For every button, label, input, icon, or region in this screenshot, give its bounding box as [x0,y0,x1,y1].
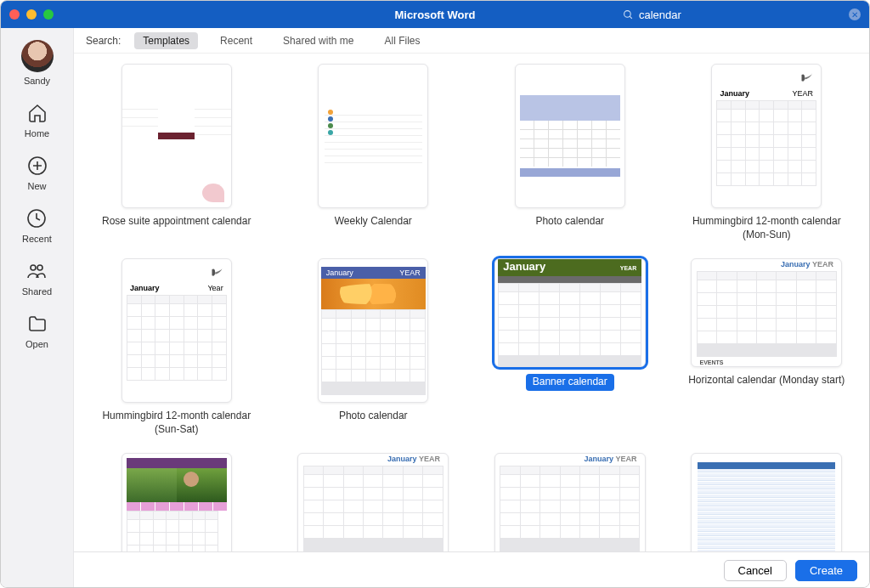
sidebar-item-label: Recent [22,234,52,244]
template-title: Horizontal calendar (Monday start) [688,374,845,387]
template-thumbnail[interactable]: JanuaryYEAR [318,258,428,403]
home-icon [25,101,49,125]
sidebar-item-home[interactable]: Home [25,101,49,139]
template-card[interactable]: January YEAREVENTS Horizontal calendar (… [673,258,862,436]
template-thumbnail[interactable]: JanuaryYear [121,258,232,403]
svg-line-1 [630,16,632,19]
template-card[interactable]: Photo calendar [476,64,664,241]
template-thumbnail[interactable] [121,64,232,208]
svg-point-0 [624,10,631,17]
sidebar-item-shared[interactable]: Shared [22,259,52,297]
template-title: Weekly Calendar [335,215,412,229]
svg-point-6 [31,265,36,270]
filter-label: Search: [86,35,121,47]
template-title: Hummingbird 12-month calendar (Mon-Sun) [681,215,851,241]
sidebar-item-open[interactable]: Open [25,312,49,349]
template-card[interactable]: Fiscal year calendar with room for notes [673,453,862,551]
template-thumbnail[interactable]: January YEAREVENTS [297,453,449,551]
fullscreen-window-button[interactable] [43,9,54,20]
template-title: Photo calendar [339,410,408,423]
search-field[interactable]: ✕ [623,8,861,21]
template-card[interactable]: JanuaryYEAR Hummingbird 12-month calenda… [673,64,862,241]
sidebar-item-label: Shared [22,286,52,297]
sidebar-user-label: Sandy [24,76,50,86]
search-input[interactable] [639,8,844,21]
template-thumbnail[interactable] [515,64,625,208]
filter-bar: Search: Templates Recent Shared with me … [74,28,869,54]
template-thumbnail[interactable] [691,453,842,551]
template-thumbnail[interactable]: JanuaryYEAR [121,453,232,551]
template-card[interactable]: Rose suite appointment calendar [82,64,271,241]
avatar [21,40,54,72]
minimize-window-button[interactable] [26,9,37,20]
sidebar: Sandy Home New Recent Shared Open [1,28,74,588]
template-thumbnail[interactable]: January YEAREVENTS [691,258,842,367]
people-icon [25,259,48,283]
svg-point-7 [37,265,42,270]
plus-circle-icon [25,154,49,178]
close-window-button[interactable] [9,9,20,20]
template-thumbnail[interactable]: JanuaryYEAR [494,258,646,367]
template-card[interactable]: JanuaryYear Hummingbird 12-month calenda… [82,258,271,436]
footer: Cancel Create [74,551,869,588]
template-title: Photo calendar [535,215,604,229]
create-button[interactable]: Create [795,560,857,581]
clear-search-button[interactable]: ✕ [849,8,861,20]
clock-icon [25,206,48,230]
sidebar-item-recent[interactable]: Recent [22,206,52,244]
template-card[interactable]: January YEAREVENTS Horizontal calendar (… [280,453,468,551]
app-title: Microsoft Word [394,8,475,21]
sidebar-item-label: Home [25,128,49,139]
sidebar-user[interactable]: Sandy [21,40,54,86]
template-card[interactable]: JanuaryYEAR Photo calendar [280,258,468,436]
template-card[interactable]: JanuaryYEAR Event calendar [82,453,271,551]
template-gallery: Rose suite appointment calendar Weekly C… [74,54,869,551]
template-thumbnail[interactable] [318,64,428,208]
template-thumbnail[interactable]: JanuaryYEAR [711,64,822,208]
cancel-button[interactable]: Cancel [724,560,787,581]
titlebar: Microsoft Word ✕ [1,1,869,28]
template-card[interactable]: January YEAREVENTS Horizontal calendar (… [476,453,664,551]
window-controls [9,9,54,20]
filter-tab-templates[interactable]: Templates [134,32,198,49]
template-card[interactable]: Weekly Calendar [280,64,468,241]
sidebar-item-label: Open [25,339,48,349]
template-title: Hummingbird 12-month calendar (Sun-Sat) [92,410,262,436]
sidebar-item-new[interactable]: New [25,154,49,191]
template-title: Banner calendar [526,374,614,391]
folder-icon [25,312,49,336]
filter-tab-shared[interactable]: Shared with me [274,32,362,49]
filter-tab-recent[interactable]: Recent [212,32,261,49]
sidebar-item-label: New [27,181,46,191]
filter-tab-allfiles[interactable]: All Files [376,32,428,49]
template-card[interactable]: JanuaryYEAR Banner calendar [476,258,664,436]
search-icon [623,9,634,20]
template-title: Rose suite appointment calendar [102,215,251,229]
template-thumbnail[interactable]: January YEAREVENTS [494,453,646,551]
